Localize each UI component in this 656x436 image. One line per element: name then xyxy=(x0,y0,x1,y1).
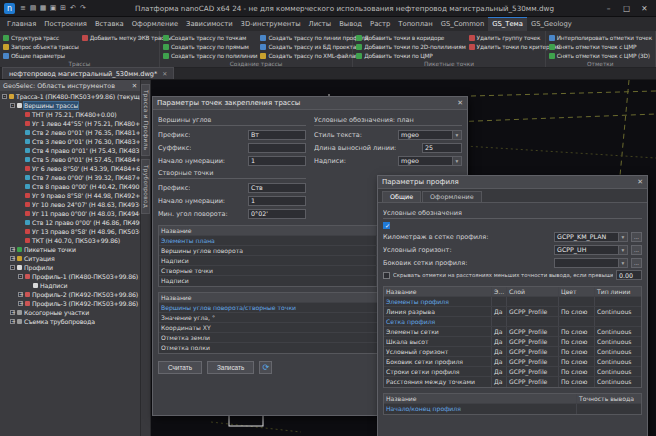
leader-length-input[interactable]: 25 xyxy=(422,143,462,153)
ribbon-button[interactable]: Добавить точки по 2D-полилиниям xyxy=(356,42,465,51)
maximize-button[interactable]: □ xyxy=(619,4,634,13)
browse-button[interactable]: ... xyxy=(631,245,642,255)
vertical-panel-tab[interactable]: Трасса и Профиль xyxy=(141,84,150,156)
tree-item[interactable]: - Трасса-1 (ПК480-ПК503+99.86) (текущий … xyxy=(0,92,140,101)
field-combo[interactable]: GCPP_KM_PLAN xyxy=(554,232,628,242)
tree-expander-icon[interactable]: + xyxy=(10,319,15,324)
browse-button[interactable]: ... xyxy=(631,258,642,268)
ribbon-button[interactable]: Создать трассу по полилинии xyxy=(163,51,258,60)
dialog-tab[interactable]: Общие xyxy=(382,191,421,202)
table-row[interactable]: Строки сетки профиля Да GCPP_Profile По … xyxy=(384,367,641,377)
browse-button[interactable]: ... xyxy=(631,232,642,242)
tree-item[interactable]: Ств 4 право 0°01' (Н 75.43, ПК483+62.30) xyxy=(0,146,140,155)
tree-item[interactable]: ТКТ (Н 40.70, ПК503+99.86) xyxy=(0,236,140,245)
ribbon-tab[interactable]: Листы xyxy=(305,17,336,31)
align-prefix-input[interactable]: Ств xyxy=(248,183,306,193)
text-style-combo[interactable]: mgeo xyxy=(398,130,462,140)
hide-marks-checkbox[interactable] xyxy=(383,272,390,279)
tree-item[interactable]: Надписи xyxy=(0,281,140,290)
write-button[interactable]: Записать xyxy=(207,361,254,374)
ribbon-tab[interactable]: 3D-инструменты xyxy=(237,17,305,31)
ribbon-button[interactable]: Создать трассу по XML-файлам xyxy=(260,51,368,60)
table-row[interactable]: Боковик сетки профиля Да GCPP_Profile По… xyxy=(384,357,641,367)
ribbon-button[interactable]: Добавить точки в коридоре xyxy=(356,33,465,42)
ribbon-button[interactable]: Снять отметки точек с ЦМР (3D) xyxy=(549,51,652,60)
ribbon-button[interactable]: Структура трасс xyxy=(3,33,79,42)
open-folder-icon[interactable]: ▦ xyxy=(38,3,48,14)
tree-item[interactable]: Уг 11 право 0°00' (Н 48.03, ПК494+14.75) xyxy=(0,209,140,218)
table-row[interactable]: Условный горизонт Да GCPP_Profile По сло… xyxy=(384,347,641,357)
print-icon[interactable]: ⊞ xyxy=(58,3,68,14)
table-row[interactable]: Сетка профиля xyxy=(384,317,641,327)
tree-item[interactable]: Уг 13 право 8°58' (Н 48.96, ПК503+59.72) xyxy=(0,227,140,236)
tree-expander-icon[interactable]: - xyxy=(10,103,15,108)
tree-item[interactable]: Ств 2 лево 0°01' (Н 76.35, ПК481+28.33) xyxy=(0,128,140,137)
tree-item[interactable]: Уг 9 право 8°58' (Н 44.98, ПК492+43.76) xyxy=(0,191,140,200)
hide-marks-threshold-input[interactable]: 0.00 xyxy=(616,270,642,280)
save-icon[interactable]: ▣ xyxy=(48,3,58,14)
dialog-tab[interactable]: Оформление xyxy=(422,191,482,202)
tree-item[interactable]: Ств 7 лево 0°00' (Н 39.32, ПК487+80.97) xyxy=(0,173,140,182)
tree-item[interactable]: Ств 3 лево 0°01' (Н 76.30, ПК483+31.52) xyxy=(0,137,140,146)
tree-item[interactable]: + Профиль-3 (ПК492-ПК503+99.86) xyxy=(0,299,140,308)
ribbon-tab[interactable]: Построения xyxy=(40,17,91,31)
ribbon-tab[interactable]: Растр xyxy=(366,17,394,31)
ribbon-tab[interactable]: Зависимости xyxy=(182,17,237,31)
ribbon-tab[interactable]: Главная xyxy=(3,17,40,31)
tree-item[interactable]: Уг 6 лево 8°50' (Н 43.39, ПК484+69.62) xyxy=(0,164,140,173)
table-row[interactable]: Расстояния между точками Да GCPP_Profile… xyxy=(384,377,641,387)
tree-item[interactable]: + Косогорные участки xyxy=(0,308,140,317)
tree-item[interactable]: Уг 10 лево 24°07' (Н 48.63, ПК493+54.40) xyxy=(0,200,140,209)
tree-expander-icon[interactable]: - xyxy=(10,265,15,270)
undo-icon[interactable]: ↶ xyxy=(68,3,78,14)
ribbon-tab[interactable]: Вывод xyxy=(335,17,366,31)
tree-expander-icon[interactable]: + xyxy=(10,247,15,252)
nanocad-logo-icon[interactable]: n xyxy=(4,3,15,14)
vertex-prefix-input[interactable]: Вт xyxy=(248,130,306,140)
field-combo[interactable] xyxy=(554,258,628,268)
menu-icon[interactable]: ≡ xyxy=(18,3,28,14)
table-row[interactable]: Элементы профиля xyxy=(384,297,641,307)
symbols-enabled-checkbox[interactable] xyxy=(383,222,390,229)
redo-icon[interactable]: ↷ xyxy=(78,3,88,14)
ribbon-button[interactable]: Создать трассу по точкам xyxy=(163,33,258,42)
tree-item[interactable]: + Съемка трубопровода xyxy=(0,317,140,326)
minimize-button[interactable]: – xyxy=(601,4,616,13)
new-file-icon[interactable]: ▤ xyxy=(28,3,38,14)
tree-expander-icon[interactable]: + xyxy=(10,310,15,315)
tree-item[interactable]: Ств 12 право 0°00' (Н 46.86, ПК496+34.16… xyxy=(0,218,140,227)
tree-item[interactable]: - Профили xyxy=(0,263,140,272)
tree-item[interactable]: ТНТ (Н 75.21, ПК480+0.00) xyxy=(0,110,140,119)
tree-item[interactable]: + Ситуация xyxy=(0,254,140,263)
labels-style-combo[interactable]: mgeo xyxy=(398,156,462,166)
tree-item[interactable]: - Вершины трассы xyxy=(0,101,140,110)
min-angle-input[interactable]: 0°02' xyxy=(248,209,306,219)
ribbon-tab[interactable]: Оформление xyxy=(128,17,182,31)
table-row[interactable]: Линия разрыва Да GCPP_Profile По слою Co… xyxy=(384,307,641,317)
read-button[interactable]: Считать xyxy=(158,361,202,374)
tree-item[interactable]: Уг 1 лево 44°55' (Н 75.21, ПК480+76.37) xyxy=(0,119,140,128)
vertical-panel-tab[interactable]: Трубопровод xyxy=(141,159,150,214)
vertex-suffix-input[interactable] xyxy=(248,143,306,153)
ribbon-button[interactable]: Интерполировать отметки точек xyxy=(549,33,652,42)
ribbon-tab[interactable]: GS_Common xyxy=(437,17,489,31)
tree-expander-icon[interactable]: - xyxy=(18,274,23,279)
tree-expander-icon[interactable]: + xyxy=(10,256,15,261)
tree-item[interactable]: Ств 5 лево 0°01' (Н 57.45, ПК484+39.34) xyxy=(0,155,140,164)
table-row[interactable]: Элементы сетки Да GCPP_Profile По слою C… xyxy=(384,327,641,337)
tree-expander-icon[interactable]: + xyxy=(18,292,23,297)
ribbon-button[interactable]: Создать трассу по линии профиля xyxy=(260,33,368,42)
ribbon-button[interactable]: Создать трассу из БД проекта xyxy=(260,42,368,51)
ribbon-tab[interactable]: Вставка xyxy=(91,17,128,31)
ribbon-button[interactable]: Снять отметки точек с ЦМР xyxy=(549,42,652,51)
align-numbering-input[interactable]: 1 xyxy=(248,196,306,206)
tree-item[interactable]: Ств 8 право 0°00' (Н 40.42, ПК490+40.69) xyxy=(0,182,140,191)
document-tab[interactable]: нефтепровод магистральный_530мм.dwg* ✕ xyxy=(2,67,174,79)
tree-item[interactable]: + Профиль-2 (ПК492-ПК503+99.86) xyxy=(0,290,140,299)
dialog-close-icon[interactable]: ✕ xyxy=(457,99,463,107)
ribbon-tab[interactable]: GS_Тема xyxy=(488,17,527,31)
panel-close-icon[interactable]: ✕ xyxy=(132,82,137,90)
tree-item[interactable]: - Профиль-1 (ПК480-ПК503+99.86) xyxy=(0,272,140,281)
dialog-close-icon[interactable]: ✕ xyxy=(637,178,643,186)
ribbon-button[interactable]: Добавить метку ЭКВ трассы xyxy=(82,33,172,42)
